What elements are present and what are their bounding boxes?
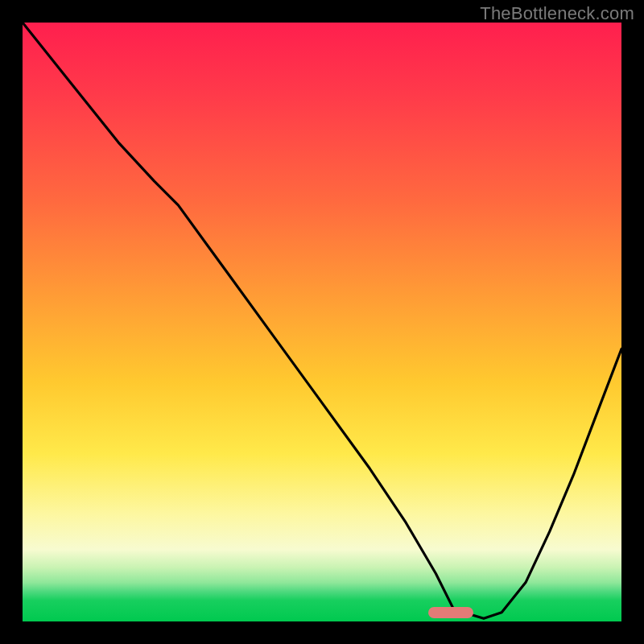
- chart-frame: [23, 23, 621, 621]
- watermark-text: TheBottleneck.com: [480, 3, 634, 24]
- chart-curve-path: [23, 23, 621, 618]
- optimum-marker: [428, 607, 473, 618]
- chart-curve-svg: [23, 23, 621, 621]
